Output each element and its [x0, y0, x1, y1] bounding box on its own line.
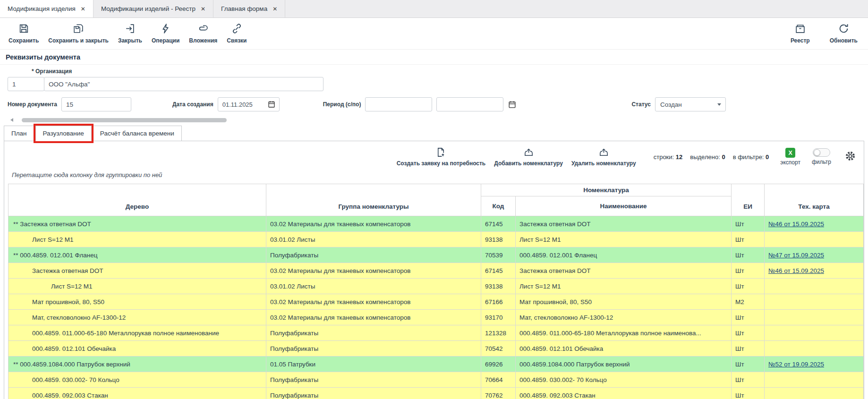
creation-date-input[interactable]	[218, 98, 267, 111]
cell-group: 03.02 Материалы для тканевых компенсатор…	[266, 294, 481, 310]
cell-unit: Шт	[732, 357, 765, 372]
create-demand-button[interactable]: Создать заявку на потребность	[392, 146, 490, 168]
tab-plan[interactable]: План	[4, 126, 34, 141]
close-icon[interactable]: ✕	[201, 6, 205, 12]
table-row[interactable]: Мат прошивной, 80, S50 03.02 Материалы д…	[9, 294, 864, 310]
organization-code-input[interactable]	[8, 77, 44, 91]
scroll-left-arrow-icon[interactable]	[10, 118, 13, 122]
table-row[interactable]: Застежка ответная DOT 03.02 Материалы дл…	[9, 263, 864, 279]
cell-code: 93138	[481, 279, 516, 294]
col-header-group[interactable]: Группа номенклатуры	[266, 184, 481, 216]
export-excel-button[interactable]: X экспорт	[780, 148, 800, 166]
status-group: Статус Создан	[631, 97, 725, 111]
filter-toggle-group[interactable]: фильтр	[812, 148, 831, 165]
table-row[interactable]: ** 000.4859. 012.001 Фланец Полуфабрикат…	[9, 247, 864, 263]
cell-code: 93138	[481, 232, 516, 247]
chevron-down-icon	[717, 103, 721, 106]
filter-toggle[interactable]	[813, 148, 830, 157]
add-nomenclature-button[interactable]: Добавить номенклатуру	[490, 146, 567, 168]
grid-toolbar: Создать заявку на потребность Добавить н…	[4, 141, 864, 170]
close-icon[interactable]: ✕	[81, 6, 85, 12]
lightning-icon	[160, 23, 171, 36]
stat-rows-value: 12	[676, 153, 682, 161]
cell-tree: 000.4859. 092.003 Стакан	[9, 388, 266, 399]
cell-group: 03.02 Материалы для тканевых компенсатор…	[266, 310, 481, 325]
table-row[interactable]: 000.4859. 030.002- 70 Кольцо Полуфабрика…	[9, 372, 864, 388]
cell-unit: Шт	[732, 247, 765, 263]
attachments-button[interactable]: Вложения	[184, 21, 222, 45]
cell-group: 03.02 Материалы для тканевых компенсатор…	[266, 263, 481, 279]
excel-icon: X	[785, 148, 795, 158]
table-row[interactable]: 000.4859. 012.101 Обечайка Полуфабрикаты…	[9, 341, 864, 357]
cell-name: 000.4859. 030.002- 70 Кольцо	[516, 372, 732, 388]
cell-tech-card: №47 от 15.09.2025	[765, 247, 864, 263]
col-header-name[interactable]: Наименование	[516, 196, 732, 216]
col-header-tree[interactable]: Дерево	[9, 184, 266, 216]
registry-button[interactable]: Реестр	[786, 21, 815, 45]
status-select[interactable]: Создан	[655, 97, 726, 111]
stat-selected-label: выделено:	[690, 153, 720, 161]
close-icon[interactable]: ✕	[272, 6, 277, 12]
table-row[interactable]: Лист S=12 М1 03.01.02 Листы 93138 Лист S…	[9, 279, 864, 294]
col-header-code[interactable]: Код	[481, 196, 516, 216]
table-row[interactable]: ** Застежка ответная DOT 03.02 Материалы…	[9, 216, 864, 232]
gear-icon	[844, 156, 856, 163]
save-button[interactable]: Сохранить	[4, 21, 43, 45]
calendar-icon[interactable]	[267, 100, 276, 109]
calendar-icon[interactable]	[508, 100, 517, 109]
tab-time-balance-label: Расчёт баланса времени	[100, 130, 174, 137]
doc-number-label: Номер документа	[8, 101, 57, 108]
settings-button[interactable]	[843, 149, 857, 164]
table-row[interactable]: ** 000.4859.1084.000 Патрубок верхний 01…	[9, 357, 864, 372]
tech-card-link[interactable]: №47 от 15.09.2025	[768, 252, 824, 259]
refresh-icon	[838, 23, 850, 36]
window-tab-main-form[interactable]: Главная форма ✕	[213, 0, 285, 17]
horizontal-scrollbar[interactable]	[8, 117, 860, 123]
tech-card-link[interactable]: №46 от 15.09.2025	[768, 267, 824, 274]
table-row[interactable]: Мат, стекловолокно AF-1300-12 03.02 Мате…	[9, 310, 864, 325]
attachments-label: Вложения	[189, 37, 217, 44]
tech-card-link[interactable]: №46 от 15.09.2025	[768, 221, 824, 228]
cell-group: 03.01.02 Листы	[266, 232, 481, 247]
tab-razuzlovanie[interactable]: Разузлование	[35, 126, 92, 141]
refresh-button[interactable]: Обновить	[825, 21, 862, 45]
delete-nomenclature-button[interactable]: Удалить номенклатуру	[567, 146, 640, 168]
table-row[interactable]: 000.4859. 092.003 Стакан Полуфабрикаты 7…	[9, 388, 864, 399]
save-and-close-button[interactable]: Сохранить и закрыть	[43, 21, 113, 45]
cell-name: Мат, стекловолокно AF-1300-12	[516, 310, 732, 325]
close-button[interactable]: Закрыть	[113, 21, 147, 45]
table-row[interactable]: Лист S=12 М1 03.01.02 Листы 93138 Лист S…	[9, 232, 864, 247]
cell-tech-card	[765, 310, 864, 325]
cell-name: 000.4859. 092.003 Стакан	[516, 388, 732, 399]
cell-code: 70542	[481, 341, 516, 357]
tech-card-link[interactable]: №52 от 19.09.2025	[768, 361, 824, 368]
tab-time-balance[interactable]: Расчёт баланса времени	[93, 126, 182, 141]
col-header-unit[interactable]: ЕИ	[732, 184, 765, 216]
col-header-tech-card[interactable]: Тех. карта	[765, 184, 864, 216]
fields-row: Номер документа Дата создания Период (с/…	[8, 97, 860, 111]
organization-field	[8, 77, 860, 91]
operations-label: Операции	[152, 37, 179, 44]
col-header-nomenclature: Номенклатура	[481, 184, 732, 196]
document-plus-icon	[435, 147, 446, 159]
detail-tabs: План Разузлование Расчёт баланса времени	[4, 126, 864, 141]
add-nomenclature-label: Добавить номенклатуру	[494, 160, 563, 167]
table-row[interactable]: 000.4859. 011.000-65-180 Металлорукав по…	[9, 325, 864, 341]
cell-tech-card	[765, 372, 864, 388]
links-button[interactable]: Связки	[222, 21, 251, 45]
cell-name: Лист S=12 М1	[516, 232, 732, 247]
cell-tree: ** 000.4859. 012.001 Фланец	[9, 247, 266, 263]
registry-label: Реестр	[791, 37, 810, 44]
scrollbar-thumb[interactable]	[22, 118, 227, 122]
period-from-input[interactable]	[365, 97, 432, 111]
cell-name: Лист S=12 М1	[516, 279, 732, 294]
period-to-input[interactable]	[436, 97, 503, 111]
cell-tech-card: №52 от 19.09.2025	[765, 357, 864, 372]
doc-number-input[interactable]	[61, 97, 131, 111]
window-tab-registry[interactable]: Модификации изделий - Реестр ✕	[94, 0, 213, 17]
toggle-knob-icon	[814, 149, 820, 156]
operations-button[interactable]: Операции	[147, 21, 184, 45]
organization-name-input[interactable]	[44, 77, 323, 91]
window-tab-modification[interactable]: Модификация изделия ✕	[0, 0, 94, 17]
cell-unit: Шт	[732, 341, 765, 357]
